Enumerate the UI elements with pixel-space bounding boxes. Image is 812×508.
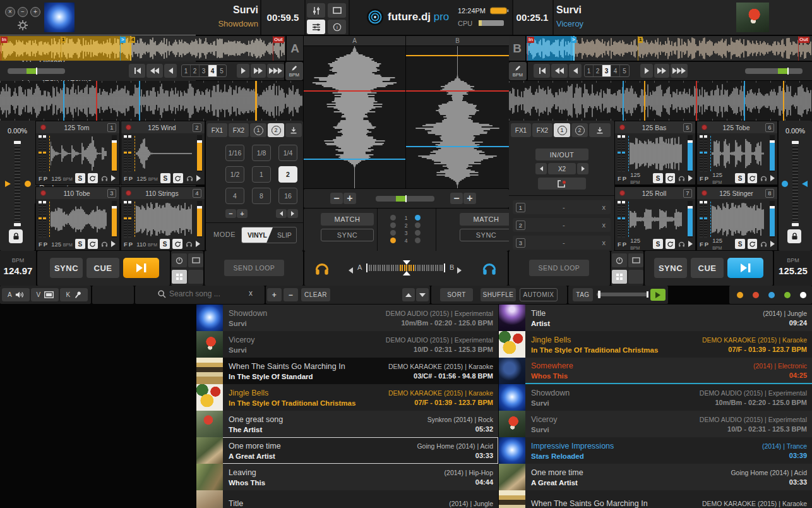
deck-b-loop-x2-button[interactable]: X2	[548, 163, 576, 174]
pitch-toggle[interactable]: P	[705, 175, 710, 182]
deck-b-capture-loop-button[interactable]	[589, 123, 611, 137]
waveform-zoom-slider[interactable]	[376, 196, 434, 202]
hotcue-1-button[interactable]: 1	[585, 65, 594, 76]
deck-b-cue-button[interactable]: CUE	[691, 258, 724, 278]
track-row[interactable]: Somewhere Whos This (2014) | Electronic …	[499, 358, 812, 384]
deck-a-loop-move-fwd-button[interactable]	[287, 209, 298, 218]
deck-a-zoom-out-button[interactable]: −	[330, 193, 343, 204]
deck-a-seek-start-button[interactable]	[129, 64, 145, 78]
hotcue-2-button[interactable]: 2	[191, 65, 200, 76]
loop-1-4-button[interactable]: 1/4	[278, 145, 297, 161]
deck-a-loop-slot2-button[interactable]: 2	[268, 123, 284, 137]
deck-a-pitch-bend-slider[interactable]	[8, 68, 65, 74]
deck-a-loop-slot1-button[interactable]: 1	[250, 123, 266, 137]
deck-a-forward-button[interactable]	[237, 64, 249, 78]
deck-b-rewind-button[interactable]	[569, 64, 582, 78]
deck-b-screen-button[interactable]	[628, 253, 643, 267]
sample-loop-button[interactable]	[666, 173, 675, 183]
filter-toggle[interactable]: F	[39, 241, 44, 248]
settings-gear-icon[interactable]	[17, 20, 28, 31]
deck-a-bpm-tap-button[interactable]: BPM	[285, 62, 303, 80]
cue-slot-delete[interactable]: x	[602, 203, 606, 211]
search-input[interactable]	[169, 288, 244, 299]
track-row[interactable]: When The Saints Go Marching In DEMO KARA…	[499, 490, 812, 508]
tag-dot-2[interactable]	[753, 292, 759, 298]
loop-1-2-button[interactable]: 1/2	[225, 166, 244, 183]
deck-b-zoom-in-button[interactable]: +	[463, 193, 476, 204]
sample-play-button[interactable]	[688, 175, 693, 181]
deck-b-bpm-tap-button[interactable]: BPM	[509, 62, 527, 80]
record-icon[interactable]	[40, 190, 46, 196]
cue-marker--[interactable]: >	[120, 37, 126, 43]
track-row[interactable]: Impressive Impressions Stars Reloaded (2…	[499, 437, 812, 464]
mode-slip-button[interactable]: SLIP	[273, 227, 296, 243]
deck-b-fx2-button[interactable]: FX2	[532, 123, 552, 137]
loop-1-8-button[interactable]: 1/8	[252, 145, 271, 161]
sampler-pad-3[interactable]: 110 Tobe 3 FP 125 BPM S	[35, 186, 120, 251]
deck-b-play-button[interactable]	[727, 258, 763, 278]
zoom-list-out-button[interactable]: −	[284, 288, 298, 301]
deck-a-fast-forward-button[interactable]	[251, 64, 266, 78]
tag-dot-4[interactable]	[784, 292, 791, 298]
sample-loop-button[interactable]	[88, 239, 98, 249]
record-icon[interactable]	[702, 124, 707, 130]
deck-b-main-waveform[interactable]	[509, 81, 812, 121]
pitch-toggle[interactable]: P	[129, 175, 134, 182]
sample-headphone-button[interactable]	[678, 240, 686, 248]
deck-a-rewind-button[interactable]	[164, 64, 177, 78]
filter-toggle[interactable]: F	[124, 241, 129, 248]
sample-solo-button[interactable]: S	[75, 239, 85, 249]
cue-slot-2[interactable]: 2 - x	[513, 218, 611, 232]
deck-a-metronome-button[interactable]	[172, 253, 187, 267]
pitch-toggle[interactable]: P	[129, 241, 134, 248]
sample-headphone-button[interactable]	[100, 174, 109, 182]
loop-1-16-button[interactable]: 1/16	[225, 145, 244, 161]
hotcue-3-button[interactable]: 3	[602, 65, 611, 76]
deck-b-loop-fwd-button[interactable]	[577, 163, 588, 174]
search-clear-icon[interactable]: x	[249, 289, 253, 298]
record-icon[interactable]	[126, 124, 131, 130]
deck-b-loop-inout-button[interactable]: IN/OUT	[535, 148, 588, 160]
hotcue-5-button[interactable]: 5	[620, 65, 629, 76]
deck-a-seek-forward-button[interactable]	[267, 64, 284, 78]
sample-solo-button[interactable]: S	[75, 173, 85, 183]
deck-a-overview-waveform[interactable]: In1>4Out	[0, 36, 285, 61]
track-row[interactable]: Title Artist (2014) | Jungle 09:24	[499, 305, 812, 331]
clear-button[interactable]: CLEAR	[301, 288, 330, 301]
deck-a-fx1-button[interactable]: FX1	[207, 123, 227, 137]
sample-solo-button[interactable]: S	[735, 173, 744, 183]
sample-headphone-button[interactable]	[678, 174, 686, 182]
info-button[interactable]: i	[328, 20, 346, 34]
deck-b-metronome-button[interactable]	[612, 253, 627, 267]
sample-headphone-button[interactable]	[186, 174, 194, 182]
tag-play-button[interactable]	[650, 289, 666, 301]
filter-toggle[interactable]: F	[124, 175, 129, 182]
track-row[interactable]: Leaving Whos This (2014) | Hip-Hop 04:44	[196, 464, 498, 490]
deck-b-pads-view-button[interactable]	[612, 270, 627, 284]
sample-play-button[interactable]	[111, 241, 116, 247]
sample-play-button[interactable]	[111, 175, 116, 181]
mixer-view-button[interactable]	[307, 3, 325, 18]
deck-a-fast-rewind-button[interactable]	[146, 64, 163, 78]
loop-16-button[interactable]: 16	[278, 188, 297, 204]
track-row[interactable]: Viceroy Survi DEMO AUDIO (2015) | Experi…	[196, 331, 498, 358]
sample-headphone-button[interactable]	[100, 240, 109, 248]
sample-loop-button[interactable]	[748, 173, 757, 183]
record-icon[interactable]	[619, 124, 625, 130]
sample-solo-button[interactable]: S	[735, 239, 744, 249]
deck-b-loop-back-button[interactable]	[535, 163, 547, 174]
pitch-toggle[interactable]: P	[44, 241, 49, 248]
cue-slot-1[interactable]: 1 - x	[513, 200, 611, 214]
sample-solo-button[interactable]: S	[653, 173, 662, 183]
window-maximize-button[interactable]: +	[30, 7, 40, 17]
deck-a-play-button[interactable]	[123, 258, 159, 278]
deck-b-pitch-bend-slider[interactable]	[745, 68, 803, 74]
track-row[interactable]: Viceroy Survi DEMO AUDIO (2015) | Experi…	[499, 411, 812, 437]
deck-b-match-button[interactable]: MATCH	[460, 213, 513, 226]
cue-marker-1[interactable]: 1	[638, 37, 643, 43]
deck-a-capture-loop-button[interactable]	[285, 123, 302, 137]
deck-b-pitch-lock-button[interactable]	[787, 229, 801, 243]
track-row[interactable]: When The Saints Go Marching In In The St…	[196, 358, 498, 384]
track-row[interactable]: One more time A Great Artist Going Home …	[499, 464, 812, 490]
sample-headphone-button[interactable]	[760, 240, 768, 248]
